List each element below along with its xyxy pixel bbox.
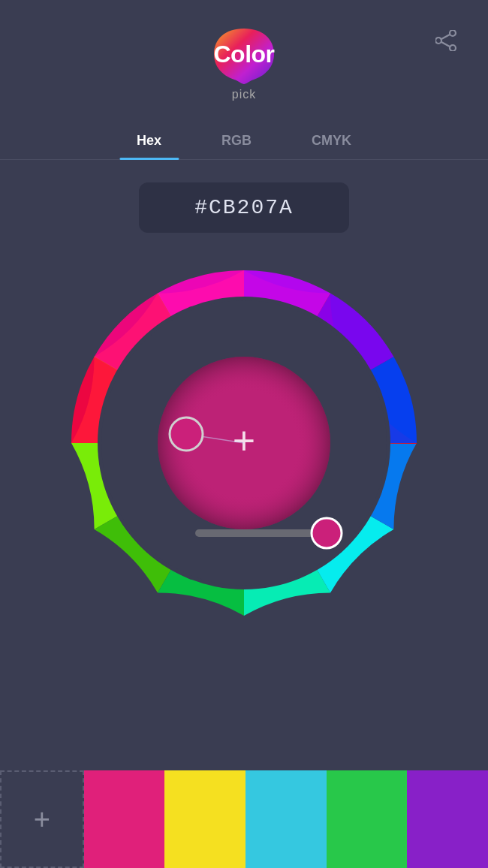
tabs-container: Hex RGB CMYK xyxy=(0,124,488,160)
svg-point-2 xyxy=(435,38,441,44)
hue-handle[interactable] xyxy=(170,417,203,451)
add-swatch-button[interactable]: + xyxy=(0,770,84,868)
header: Color pick xyxy=(0,0,488,116)
swatch-purple[interactable] xyxy=(407,770,488,868)
add-swatch-icon: + xyxy=(34,803,50,836)
logo: Color pick xyxy=(203,23,285,101)
color-wheel-container[interactable]: + xyxy=(0,248,488,638)
logo-pick-word: pick xyxy=(232,88,256,101)
tab-hex[interactable]: Hex xyxy=(107,124,191,159)
svg-line-4 xyxy=(441,42,450,47)
swatch-cyan[interactable] xyxy=(246,770,327,868)
center-plus[interactable]: + xyxy=(233,419,255,463)
swatch-yellow[interactable] xyxy=(164,770,246,868)
logo-blob: Color xyxy=(203,23,285,86)
svg-point-1 xyxy=(450,45,456,51)
swatches-bar: + xyxy=(0,770,488,868)
tab-cmyk[interactable]: CMYK xyxy=(282,124,381,159)
tab-rgb[interactable]: RGB xyxy=(191,124,282,159)
swatch-green[interactable] xyxy=(327,770,408,868)
brightness-slider-track[interactable] xyxy=(195,529,327,537)
share-icon[interactable] xyxy=(435,30,458,56)
svg-point-0 xyxy=(450,30,456,36)
hex-input-container xyxy=(0,182,488,233)
logo-color-word: Color xyxy=(213,41,274,68)
logo-text: Color xyxy=(213,41,274,68)
brightness-slider-thumb[interactable] xyxy=(312,518,342,548)
swatch-pink[interactable] xyxy=(84,770,165,868)
svg-line-3 xyxy=(441,35,450,39)
hex-input[interactable] xyxy=(139,182,349,233)
color-wheel-wrapper[interactable]: + xyxy=(49,248,439,638)
